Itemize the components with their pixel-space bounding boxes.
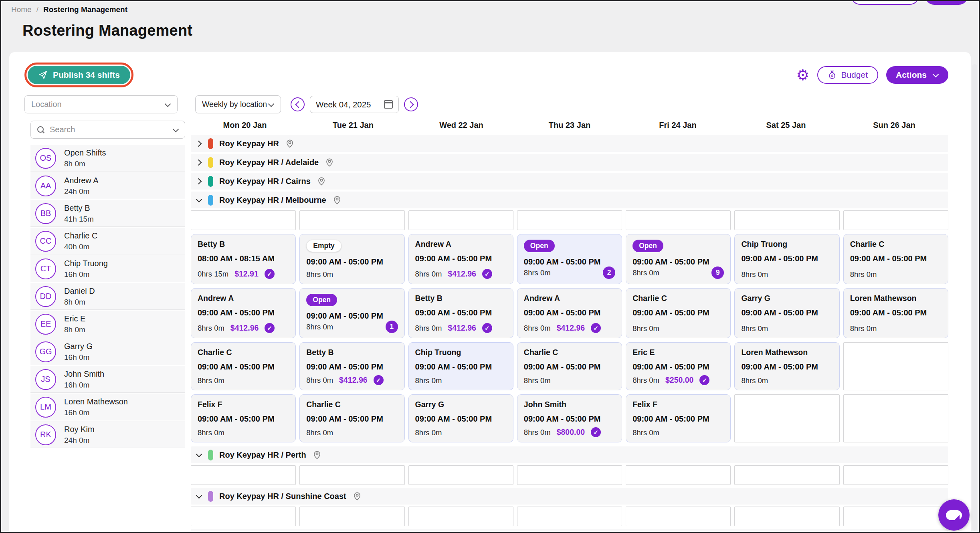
empty-day-cell[interactable] [843,210,948,230]
open-count-badge: 1 [386,321,398,333]
empty-day-cell[interactable] [408,507,513,526]
shift-card[interactable]: Felix F09:00 AM - 05:00 PM8hrs 0m [626,394,731,442]
empty-day-cell[interactable] [408,465,513,485]
shift-card[interactable]: Charlie C09:00 AM - 05:00 PM8hrs 0m [843,234,948,284]
empty-day-cell[interactable] [517,210,622,230]
shift-card[interactable]: Betty B09:00 AM - 05:00 PM8hrs 0m$412.96… [408,288,513,338]
empty-day-cell[interactable] [408,210,513,230]
publish-shifts-button[interactable]: Publish 34 shifts [28,66,130,84]
location-group-row[interactable]: Roy Keypay HR / Perth [191,446,948,463]
sidebar-person-row[interactable]: DDDaniel D8h 0m [30,283,185,311]
shift-card[interactable]: Charlie C09:00 AM - 05:00 PM8hrs 0m [299,394,404,442]
shift-card[interactable]: Charlie C09:00 AM - 05:00 PM8hrs 0m [626,288,731,338]
empty-day-cell[interactable] [191,465,296,485]
empty-day-cell[interactable] [734,465,839,485]
shift-card[interactable]: Felix F09:00 AM - 05:00 PM8hrs 0m [191,394,296,442]
employee-search-box[interactable] [30,121,185,139]
sidebar-person-row[interactable]: EEEric E8h 0m [30,311,185,338]
shift-card[interactable]: Loren Mathewson09:00 AM - 05:00 PM8hrs 0… [843,288,948,338]
location-group-row[interactable]: Roy Keypay HR / Cairns [191,173,948,190]
breadcrumb-home-link[interactable]: Home [11,5,32,14]
sidebar-person-row[interactable]: RKRoy Kim24h 0m [30,421,185,449]
sidebar-person-row[interactable]: JSJohn Smith16h 0m [30,366,185,394]
location-filter-input[interactable] [31,100,152,109]
empty-day-cell[interactable] [626,210,731,230]
week-navigation: Week 04, 2025 [291,96,418,113]
chevron-right-icon[interactable] [196,159,202,166]
schedule-row [191,465,948,485]
shift-card[interactable]: Garry G09:00 AM - 05:00 PM8hrs 0m [408,394,513,442]
empty-day-cell[interactable] [734,210,839,230]
shift-card[interactable]: Andrew A09:00 AM - 05:00 PM8hrs 0m$412.9… [408,234,513,284]
sidebar-person-row[interactable]: AAAndrew A24h 0m [30,172,185,200]
empty-day-cell[interactable] [299,507,404,526]
shift-card[interactable]: Andrew A09:00 AM - 05:00 PM8hrs 0m$412.9… [191,288,296,338]
empty-day-cell[interactable] [299,465,404,485]
location-group-row[interactable]: Roy Keypay HR / Melbourne [191,192,948,208]
location-filter-select[interactable] [24,95,178,113]
location-group-row[interactable]: Roy Keypay HR / Sunshine Coast [191,488,948,505]
shift-card[interactable]: Garry G09:00 AM - 05:00 PM8hrs 0m [734,288,839,338]
sidebar-person-row[interactable]: BBBetty B41h 15m [30,200,185,228]
vertical-scrollbar[interactable] [972,64,977,531]
week-picker[interactable]: Week 04, 2025 [310,96,399,113]
breadcrumb-current: Rostering Management [43,5,127,14]
employee-search-input[interactable] [50,125,168,134]
location-group-row[interactable]: Roy Keypay HR [191,135,948,152]
empty-day-cell[interactable] [734,507,839,526]
shift-duration: 8hrs 0m [306,428,333,437]
empty-day-cell[interactable] [191,507,296,526]
empty-day-cell[interactable] [626,507,731,526]
shift-card[interactable]: Open09:00 AM - 05:00 PM8hrs 0m2 [517,234,622,284]
next-week-button[interactable] [404,97,418,111]
chat-launcher-button[interactable] [938,499,970,531]
chevron-right-icon[interactable] [196,140,202,147]
shift-card[interactable]: Charlie C09:00 AM - 05:00 PM8hrs 0m [517,342,622,390]
shift-card[interactable]: Andrew A09:00 AM - 05:00 PM8hrs 0m$412.9… [517,288,622,338]
empty-day-cell[interactable] [843,342,948,390]
settings-gear-icon[interactable]: ⚙ [796,68,809,83]
shift-time-range: 09:00 AM - 05:00 PM [198,414,289,424]
previous-week-button[interactable] [291,97,305,111]
chevron-right-icon[interactable] [196,178,202,184]
empty-day-cell[interactable] [517,465,622,485]
empty-day-cell[interactable] [626,465,731,485]
shift-card[interactable]: Open09:00 AM - 05:00 PM8hrs 0m1 [299,288,404,338]
view-mode-select[interactable]: Weekly by location [195,95,281,113]
empty-day-cell[interactable] [517,507,622,526]
empty-day-cell[interactable] [734,394,839,442]
sidebar-person-row[interactable]: CTChip Truong16h 0m [30,255,185,283]
partial-solid-button-top[interactable] [925,0,968,5]
empty-day-cell[interactable] [843,507,948,526]
sidebar-person-row[interactable]: OSOpen Shifts8h 0m [30,145,185,172]
chevron-down-icon[interactable] [196,197,202,203]
shift-card[interactable]: Eric E09:00 AM - 05:00 PM8hrs 0m$250.00✓ [626,342,731,390]
sidebar-person-row[interactable]: LMLoren Mathewson16h 0m [30,394,185,421]
shift-card[interactable]: Loren Mathewson09:00 AM - 05:00 PM8hrs 0… [734,342,839,390]
shift-duration: 8hrs 0m [524,376,551,385]
shift-card[interactable]: Empty09:00 AM - 05:00 PM8hrs 0m [299,234,404,284]
person-hours: 16h 0m [64,381,104,390]
chevron-down-icon[interactable] [196,452,202,458]
sidebar-person-row[interactable]: GGGarry G16h 0m [30,338,185,366]
location-group-row[interactable]: Roy Keypay HR / Adelaide [191,154,948,171]
shift-card[interactable]: Betty B09:00 AM - 05:00 PM8hrs 0m$412.96… [299,342,404,390]
chevron-down-icon[interactable] [196,493,202,499]
shift-card[interactable]: John Smith09:00 AM - 05:00 PM8hrs 0m$800… [517,394,622,442]
partial-outline-button-top[interactable] [851,0,919,5]
empty-day-cell[interactable] [843,465,948,485]
location-group-row[interactable]: Roy Keypay HR / Sydney [191,529,948,533]
empty-day-cell[interactable] [843,394,948,442]
budget-button[interactable]: $ Budget [817,66,878,84]
actions-button[interactable]: Actions .btn-actions .chev::before{borde… [886,66,948,84]
shift-card[interactable]: Open09:00 AM - 05:00 PM8hrs 0m9 [626,234,731,284]
shift-footer: 8hrs 0m [524,376,615,385]
shift-card[interactable]: Chip Truong09:00 AM - 05:00 PM8hrs 0m [734,234,839,284]
shift-card[interactable]: Charlie C09:00 AM - 05:00 PM8hrs 0m [191,342,296,390]
shift-card[interactable]: Betty B08:00 AM - 08:15 AM0hrs 15m$12.91… [191,234,296,284]
empty-day-cell[interactable] [191,210,296,230]
empty-day-cell[interactable] [299,210,404,230]
sidebar-person-row[interactable]: CCCharlie C40h 0m [30,228,185,255]
shift-card[interactable]: Chip Truong09:00 AM - 05:00 PM8hrs 0m [408,342,513,390]
person-name: Open Shifts [64,148,106,157]
